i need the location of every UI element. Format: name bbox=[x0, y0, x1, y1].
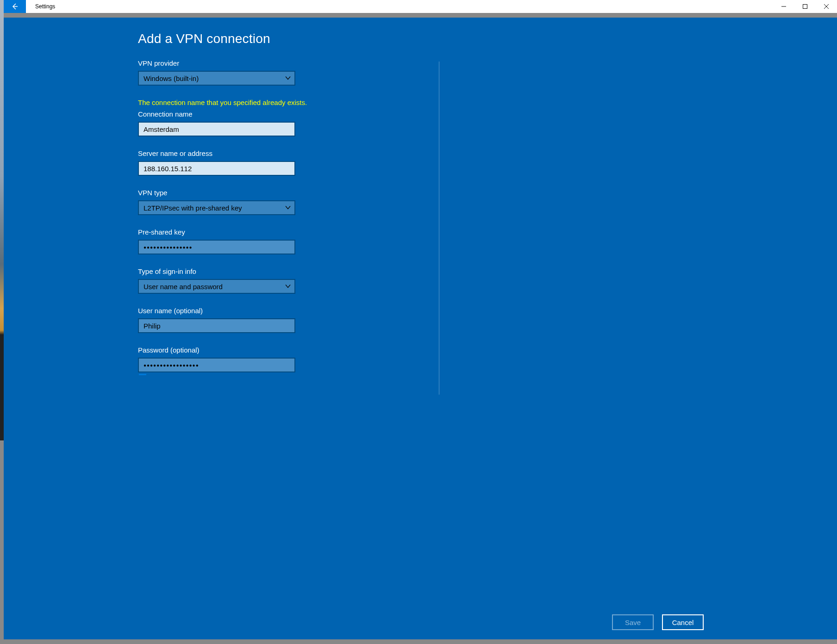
field-server-address: Server name or address bbox=[138, 149, 434, 176]
field-username: User name (optional) bbox=[138, 307, 434, 333]
signin-type-value: User name and password bbox=[144, 283, 223, 291]
server-address-field[interactable] bbox=[144, 162, 290, 175]
signin-type-label: Type of sign-in info bbox=[138, 267, 434, 275]
connection-name-input[interactable] bbox=[138, 122, 295, 136]
connection-name-error: The connection name that you specified a… bbox=[138, 99, 434, 106]
chevron-down-icon bbox=[285, 283, 291, 291]
shadow-strip-top bbox=[4, 13, 573, 18]
server-address-input[interactable] bbox=[138, 161, 295, 176]
text-cursor-indicator bbox=[139, 373, 146, 375]
vpn-type-dropdown[interactable]: L2TP/IPsec with pre-shared key bbox=[138, 200, 295, 215]
psk-label: Pre-shared key bbox=[138, 228, 434, 236]
field-psk: Pre-shared key ●●●●●●●●●●●●●●● bbox=[138, 228, 434, 254]
vpn-form: Add a VPN connection VPN provider Window… bbox=[138, 31, 434, 375]
field-password: Password (optional) ●●●●●●●●●●●●●●●●● bbox=[138, 346, 434, 372]
desktop-wallpaper-edge bbox=[0, 0, 4, 440]
window-title: Settings bbox=[26, 0, 55, 13]
back-button[interactable] bbox=[4, 0, 26, 13]
username-field[interactable] bbox=[144, 319, 290, 332]
psk-value: ●●●●●●●●●●●●●●● bbox=[144, 245, 193, 250]
settings-window: Settings Add a VPN connection VPN provid… bbox=[4, 0, 573, 440]
server-address-label: Server name or address bbox=[138, 149, 434, 157]
username-label: User name (optional) bbox=[138, 307, 434, 315]
connection-name-field[interactable] bbox=[144, 123, 290, 136]
arrow-left-icon bbox=[11, 3, 19, 10]
field-connection-name: The connection name that you specified a… bbox=[138, 99, 434, 136]
chevron-down-icon bbox=[285, 204, 291, 212]
field-vpn-provider: VPN provider Windows (built-in) bbox=[138, 59, 434, 86]
password-input[interactable]: ●●●●●●●●●●●●●●●●● bbox=[138, 358, 295, 372]
field-vpn-type: VPN type L2TP/IPsec with pre-shared key bbox=[138, 189, 434, 215]
psk-input[interactable]: ●●●●●●●●●●●●●●● bbox=[138, 240, 295, 254]
vpn-type-label: VPN type bbox=[138, 189, 434, 197]
username-input[interactable] bbox=[138, 318, 295, 333]
vpn-provider-label: VPN provider bbox=[138, 59, 434, 67]
password-label: Password (optional) bbox=[138, 346, 434, 354]
vpn-provider-dropdown[interactable]: Windows (built-in) bbox=[138, 71, 295, 86]
titlebar: Settings bbox=[4, 0, 573, 13]
signin-type-dropdown[interactable]: User name and password bbox=[138, 279, 295, 294]
page-heading: Add a VPN connection bbox=[138, 31, 434, 46]
chevron-down-icon bbox=[285, 74, 291, 82]
field-signin-type: Type of sign-in info User name and passw… bbox=[138, 267, 434, 294]
vpn-type-value: L2TP/IPsec with pre-shared key bbox=[144, 204, 242, 212]
vpn-provider-value: Windows (built-in) bbox=[144, 74, 199, 82]
password-value: ●●●●●●●●●●●●●●●●● bbox=[144, 363, 199, 368]
content-area: Add a VPN connection VPN provider Window… bbox=[4, 18, 573, 440]
scrollbar-track[interactable] bbox=[439, 62, 439, 395]
connection-name-label: Connection name bbox=[138, 110, 434, 118]
